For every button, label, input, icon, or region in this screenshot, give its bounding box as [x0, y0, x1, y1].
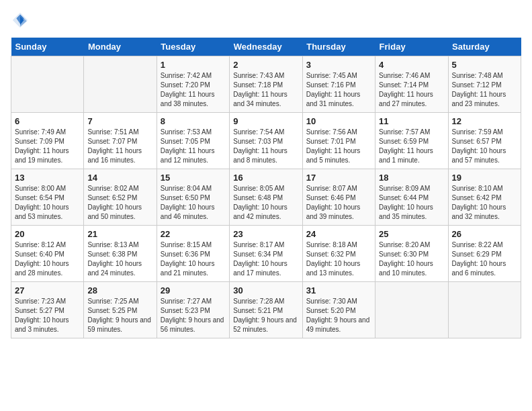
- day-info: Sunrise: 7:45 AMSunset: 7:16 PMDaylight:…: [306, 71, 371, 109]
- day-number: 15: [161, 173, 226, 183]
- day-info: Sunrise: 8:02 AMSunset: 6:52 PMDaylight:…: [87, 184, 152, 222]
- day-cell: 4Sunrise: 7:46 AMSunset: 7:14 PMDaylight…: [375, 56, 448, 113]
- day-header-wednesday: Wednesday: [230, 38, 302, 56]
- day-cell: 9Sunrise: 7:54 AMSunset: 7:03 PMDaylight…: [230, 113, 302, 169]
- day-info: Sunrise: 8:18 AMSunset: 6:32 PMDaylight:…: [306, 240, 371, 278]
- day-number: 25: [379, 229, 444, 239]
- day-number: 18: [379, 173, 444, 183]
- day-number: 20: [15, 229, 80, 239]
- day-info: Sunrise: 7:57 AMSunset: 6:59 PMDaylight:…: [379, 128, 444, 165]
- day-info: Sunrise: 8:00 AMSunset: 6:54 PMDaylight:…: [15, 184, 80, 222]
- day-cell: 14Sunrise: 8:02 AMSunset: 6:52 PMDayligh…: [84, 169, 157, 226]
- day-header-thursday: Thursday: [302, 38, 375, 56]
- week-row-4: 20Sunrise: 8:12 AMSunset: 6:40 PMDayligh…: [11, 226, 521, 282]
- day-info: Sunrise: 8:13 AMSunset: 6:38 PMDaylight:…: [87, 240, 152, 278]
- day-cell: 3Sunrise: 7:45 AMSunset: 7:16 PMDaylight…: [302, 56, 375, 113]
- day-info: Sunrise: 7:27 AMSunset: 5:23 PMDaylight:…: [161, 297, 226, 334]
- day-info: Sunrise: 8:05 AMSunset: 6:48 PMDaylight:…: [233, 184, 298, 222]
- day-cell: 26Sunrise: 8:22 AMSunset: 6:29 PMDayligh…: [448, 226, 521, 282]
- day-info: Sunrise: 7:54 AMSunset: 7:03 PMDaylight:…: [233, 128, 298, 165]
- day-cell: 28Sunrise: 7:25 AMSunset: 5:25 PMDayligh…: [84, 282, 157, 338]
- day-cell: 13Sunrise: 8:00 AMSunset: 6:54 PMDayligh…: [11, 169, 84, 226]
- day-number: 29: [161, 285, 226, 295]
- day-cell: 1Sunrise: 7:42 AMSunset: 7:20 PMDaylight…: [157, 56, 229, 113]
- day-number: 21: [87, 229, 152, 239]
- day-cell: 2Sunrise: 7:43 AMSunset: 7:18 PMDaylight…: [230, 56, 302, 113]
- week-row-1: 1Sunrise: 7:42 AMSunset: 7:20 PMDaylight…: [11, 56, 521, 113]
- week-row-2: 6Sunrise: 7:49 AMSunset: 7:09 PMDaylight…: [11, 113, 521, 169]
- day-number: 19: [452, 173, 517, 183]
- week-row-5: 27Sunrise: 7:23 AMSunset: 5:27 PMDayligh…: [11, 282, 521, 338]
- day-number: 14: [87, 173, 152, 183]
- day-info: Sunrise: 7:25 AMSunset: 5:25 PMDaylight:…: [87, 297, 152, 334]
- day-cell: 21Sunrise: 8:13 AMSunset: 6:38 PMDayligh…: [84, 226, 157, 282]
- calendar-header-row: SundayMondayTuesdayWednesdayThursdayFrid…: [11, 38, 521, 56]
- day-number: 10: [306, 116, 371, 126]
- day-header-saturday: Saturday: [448, 38, 521, 56]
- day-cell: [375, 282, 448, 338]
- day-cell: 10Sunrise: 7:56 AMSunset: 7:01 PMDayligh…: [302, 113, 375, 169]
- day-number: 27: [15, 285, 80, 295]
- day-info: Sunrise: 8:12 AMSunset: 6:40 PMDaylight:…: [15, 240, 80, 278]
- day-number: 24: [306, 229, 371, 239]
- day-number: 7: [87, 116, 152, 126]
- day-cell: 11Sunrise: 7:57 AMSunset: 6:59 PMDayligh…: [375, 113, 448, 169]
- day-number: 30: [233, 285, 298, 295]
- day-info: Sunrise: 7:56 AMSunset: 7:01 PMDaylight:…: [306, 128, 371, 165]
- day-cell: 27Sunrise: 7:23 AMSunset: 5:27 PMDayligh…: [11, 282, 84, 338]
- day-number: 22: [161, 229, 226, 239]
- day-info: Sunrise: 7:49 AMSunset: 7:09 PMDaylight:…: [15, 128, 80, 165]
- day-cell: 7Sunrise: 7:51 AMSunset: 7:07 PMDaylight…: [84, 113, 157, 169]
- day-cell: 15Sunrise: 8:04 AMSunset: 6:50 PMDayligh…: [157, 169, 229, 226]
- logo-icon: [11, 11, 30, 30]
- day-info: Sunrise: 7:43 AMSunset: 7:18 PMDaylight:…: [233, 71, 298, 109]
- day-info: Sunrise: 7:28 AMSunset: 5:21 PMDaylight:…: [233, 297, 298, 334]
- day-number: 3: [306, 60, 371, 70]
- day-number: 26: [452, 229, 517, 239]
- day-cell: 24Sunrise: 8:18 AMSunset: 6:32 PMDayligh…: [302, 226, 375, 282]
- day-cell: 23Sunrise: 8:17 AMSunset: 6:34 PMDayligh…: [230, 226, 302, 282]
- day-number: 8: [161, 116, 226, 126]
- day-number: 5: [452, 60, 517, 70]
- day-cell: 20Sunrise: 8:12 AMSunset: 6:40 PMDayligh…: [11, 226, 84, 282]
- day-info: Sunrise: 7:59 AMSunset: 6:57 PMDaylight:…: [452, 128, 517, 165]
- logo: [11, 11, 32, 30]
- day-number: 4: [379, 60, 444, 70]
- day-cell: 8Sunrise: 7:53 AMSunset: 7:05 PMDaylight…: [157, 113, 229, 169]
- day-info: Sunrise: 7:23 AMSunset: 5:27 PMDaylight:…: [15, 297, 80, 334]
- day-info: Sunrise: 8:22 AMSunset: 6:29 PMDaylight:…: [452, 240, 517, 278]
- day-cell: 5Sunrise: 7:48 AMSunset: 7:12 PMDaylight…: [448, 56, 521, 113]
- day-number: 6: [15, 116, 80, 126]
- day-info: Sunrise: 7:46 AMSunset: 7:14 PMDaylight:…: [379, 71, 444, 109]
- day-number: 23: [233, 229, 298, 239]
- day-cell: 30Sunrise: 7:28 AMSunset: 5:21 PMDayligh…: [230, 282, 302, 338]
- day-info: Sunrise: 7:42 AMSunset: 7:20 PMDaylight:…: [161, 71, 226, 109]
- day-info: Sunrise: 8:20 AMSunset: 6:30 PMDaylight:…: [379, 240, 444, 278]
- day-header-monday: Monday: [84, 38, 157, 56]
- day-number: 11: [379, 116, 444, 126]
- day-cell: 19Sunrise: 8:10 AMSunset: 6:42 PMDayligh…: [448, 169, 521, 226]
- day-number: 2: [233, 60, 298, 70]
- day-info: Sunrise: 8:17 AMSunset: 6:34 PMDaylight:…: [233, 240, 298, 278]
- day-header-tuesday: Tuesday: [157, 38, 229, 56]
- day-cell: 12Sunrise: 7:59 AMSunset: 6:57 PMDayligh…: [448, 113, 521, 169]
- page-header: [11, 11, 521, 30]
- day-cell: 18Sunrise: 8:09 AMSunset: 6:44 PMDayligh…: [375, 169, 448, 226]
- day-cell: [11, 56, 84, 113]
- day-cell: [84, 56, 157, 113]
- day-info: Sunrise: 7:51 AMSunset: 7:07 PMDaylight:…: [87, 128, 152, 165]
- day-number: 12: [452, 116, 517, 126]
- day-cell: 16Sunrise: 8:05 AMSunset: 6:48 PMDayligh…: [230, 169, 302, 226]
- day-cell: 17Sunrise: 8:07 AMSunset: 6:46 PMDayligh…: [302, 169, 375, 226]
- day-number: 13: [15, 173, 80, 183]
- week-row-3: 13Sunrise: 8:00 AMSunset: 6:54 PMDayligh…: [11, 169, 521, 226]
- day-info: Sunrise: 8:09 AMSunset: 6:44 PMDaylight:…: [379, 184, 444, 222]
- day-number: 1: [161, 60, 226, 70]
- day-header-friday: Friday: [375, 38, 448, 56]
- day-info: Sunrise: 8:10 AMSunset: 6:42 PMDaylight:…: [452, 184, 517, 222]
- day-cell: [448, 282, 521, 338]
- calendar-table: SundayMondayTuesdayWednesdayThursdayFrid…: [11, 38, 521, 338]
- day-info: Sunrise: 7:53 AMSunset: 7:05 PMDaylight:…: [161, 128, 226, 165]
- day-number: 16: [233, 173, 298, 183]
- day-cell: 6Sunrise: 7:49 AMSunset: 7:09 PMDaylight…: [11, 113, 84, 169]
